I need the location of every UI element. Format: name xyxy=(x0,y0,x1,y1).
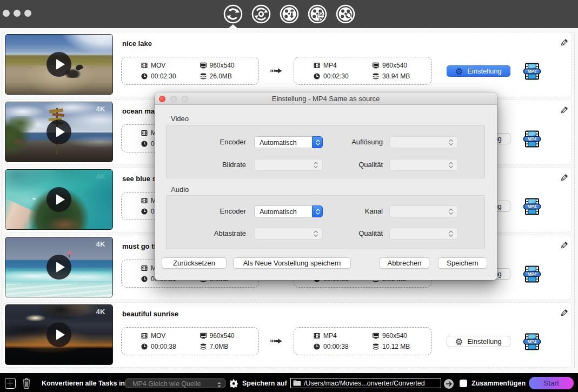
play-button[interactable] xyxy=(46,119,71,144)
video-thumbnail[interactable]: 4K xyxy=(5,102,113,162)
output-settings-gear-icon[interactable] xyxy=(230,379,238,387)
output-format-value: MP4 Gleich wie Quelle xyxy=(132,380,201,388)
source-size: 26.0MB xyxy=(210,72,232,80)
rename-pencil-icon[interactable] xyxy=(559,106,568,115)
rename-pencil-icon[interactable] xyxy=(559,174,568,183)
video-encoder-select[interactable]: Automatisch xyxy=(254,136,323,148)
badge-4k: 4K xyxy=(96,240,105,248)
play-button[interactable] xyxy=(46,187,71,212)
film-icon xyxy=(141,197,148,204)
trash-icon xyxy=(22,377,31,389)
gear-icon xyxy=(455,338,463,346)
audio-encoder-label: Encoder xyxy=(187,207,246,215)
film-icon xyxy=(141,130,148,136)
settings-button[interactable]: Einstellung xyxy=(447,65,510,77)
output-format-icon[interactable] xyxy=(523,63,541,80)
clock-icon xyxy=(314,73,320,79)
play-button[interactable] xyxy=(46,52,71,77)
art-layer xyxy=(10,116,37,134)
convert-arrow-icon xyxy=(270,67,288,75)
source-resolution: 960x540 xyxy=(210,332,235,340)
settings-button[interactable]: Einstellung xyxy=(447,336,510,347)
dialog-titlebar[interactable]: Einstellung - MP4 Same as source xyxy=(155,92,497,105)
mp4-filmstrip-icon xyxy=(523,130,541,148)
tab-toolbox[interactable] xyxy=(336,4,355,24)
clock-icon xyxy=(141,276,148,282)
folder-icon xyxy=(293,378,301,388)
video-resolution-select xyxy=(389,136,458,148)
window-close-button[interactable] xyxy=(3,10,10,17)
video-thumbnail[interactable]: 4K xyxy=(5,237,113,297)
window-zoom-button[interactable] xyxy=(24,10,31,17)
target-duration: 00:00:38 xyxy=(323,343,349,350)
editor-icon xyxy=(308,4,327,24)
film-icon xyxy=(314,62,320,69)
info-cell: MOV xyxy=(141,330,200,341)
clock-icon xyxy=(141,208,148,215)
target-resolution: 960x540 xyxy=(382,62,407,69)
audio-channel-label: Kanal xyxy=(323,207,383,215)
filesize-icon xyxy=(200,343,207,350)
play-button[interactable] xyxy=(46,255,71,280)
output-format-icon[interactable] xyxy=(523,198,541,215)
tab-editor[interactable] xyxy=(308,4,327,24)
audio-section-label: Audio xyxy=(171,185,189,194)
folder-glyph xyxy=(293,380,301,386)
output-path-field[interactable]: /Users/mac/Movies...onverter/Converted xyxy=(290,378,441,388)
play-button[interactable] xyxy=(46,322,71,347)
reset-button[interactable]: Zurücksetzen xyxy=(162,257,227,269)
rename-pencil-icon[interactable] xyxy=(559,309,568,318)
clock-icon xyxy=(141,343,148,350)
info-cell: 960x540 xyxy=(373,330,431,341)
art-layer xyxy=(32,198,36,200)
toolbox-icon xyxy=(336,4,355,24)
video-thumbnail[interactable]: 4K xyxy=(5,34,113,95)
open-folder-button[interactable] xyxy=(444,379,454,389)
clock-icon xyxy=(314,343,320,350)
save-button[interactable]: Speichern xyxy=(438,257,487,269)
add-file-button[interactable] xyxy=(5,378,16,389)
film-icon xyxy=(141,265,148,271)
audio-channel-select xyxy=(389,205,458,217)
settings-button-label: Einstellung xyxy=(467,337,502,346)
output-format-icon[interactable] xyxy=(523,130,541,148)
pencil-icon xyxy=(559,241,568,250)
output-format-select[interactable]: MP4 Gleich wie Quelle xyxy=(125,378,225,388)
filesize-icon xyxy=(373,343,379,350)
info-cell: 960x540 xyxy=(200,330,259,341)
window-minimize-button[interactable] xyxy=(14,10,21,17)
art-layer xyxy=(14,139,26,143)
badge-4k: 4K xyxy=(96,172,105,181)
save-preset-button[interactable]: Als Neue Vorstellung speichern xyxy=(233,257,351,269)
output-format-icon[interactable] xyxy=(523,265,541,283)
audio-encoder-select[interactable]: Automatisch xyxy=(254,205,323,217)
target-info-box: MP4 960x540 00:02:30 38.94 MB xyxy=(294,57,432,85)
tab-converter[interactable] xyxy=(223,4,243,24)
convert-icon xyxy=(223,4,243,24)
output-format-icon[interactable] xyxy=(523,333,541,350)
title-toolbar xyxy=(0,0,578,28)
rename-pencil-icon[interactable] xyxy=(559,38,568,48)
info-grid: MOV 960x540 00:00:38 7.0MB xyxy=(122,328,258,355)
source-duration: 00:02:30 xyxy=(151,72,176,80)
save-to-label: Speichern auf xyxy=(242,380,287,387)
video-thumbnail[interactable]: 4K xyxy=(5,304,113,365)
video-framerate-select xyxy=(254,159,323,171)
tab-downloader[interactable] xyxy=(280,4,299,24)
tab-ripper[interactable] xyxy=(251,4,271,24)
popup-stepper-icon xyxy=(313,230,318,237)
popup-stepper-icon xyxy=(448,139,454,146)
merge-checkbox[interactable] xyxy=(460,380,467,387)
bottom-bar: Konvertieren alle Tasks in MP4 Gleich wi… xyxy=(0,373,578,392)
source-info-box: MOV 960x540 00:00:38 7.0MB xyxy=(121,327,259,355)
start-button[interactable]: Start xyxy=(529,377,574,389)
audio-encoder-value: Automatisch xyxy=(260,208,297,216)
cancel-button[interactable]: Abbrechen xyxy=(380,257,429,269)
rename-pencil-icon[interactable] xyxy=(559,241,568,250)
popup-stepper-icon xyxy=(312,205,323,217)
dialog-title: Einstellung - MP4 Same as source xyxy=(155,95,497,103)
source-info-box: MOV 960x540 00:02:30 26.0MB xyxy=(121,57,259,85)
delete-button[interactable] xyxy=(22,377,31,389)
video-quality-select xyxy=(389,159,458,171)
video-thumbnail[interactable]: 4K xyxy=(5,169,113,230)
